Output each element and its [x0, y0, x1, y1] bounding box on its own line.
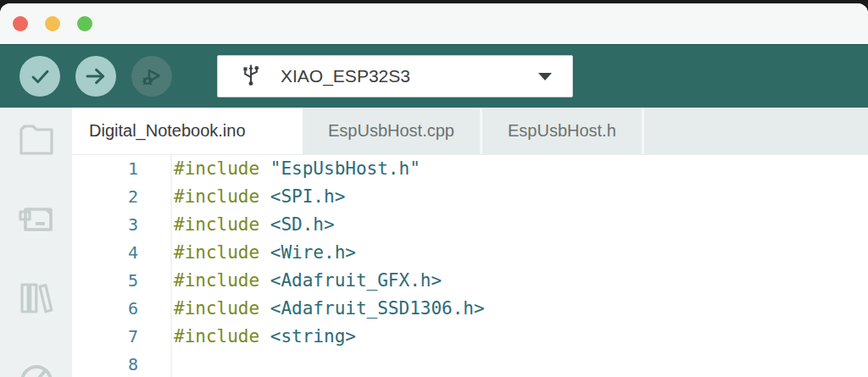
gutter-boundary-line — [170, 155, 172, 377]
app-window: XIAO_ESP32S3 — [0, 3, 868, 377]
usb-icon — [240, 61, 262, 91]
line-number: 3 — [72, 211, 138, 239]
code-string: <Adafruit_SSD1306.h> — [259, 298, 485, 319]
activity-sidebar — [0, 108, 72, 377]
code-line: 7#include <string> — [72, 323, 868, 351]
code-string: <Adafruit_GFX.h> — [259, 270, 442, 291]
code-keyword: #include — [174, 214, 259, 235]
code-keyword: #include — [174, 298, 259, 319]
line-number: 7 — [72, 323, 138, 351]
code-line: 8 — [72, 351, 868, 377]
sidebar-item-library-manager[interactable] — [14, 280, 58, 317]
zoom-button[interactable] — [77, 16, 92, 31]
code-editor[interactable]: 1#include "EspUsbHost.h" 2#include <SPI.… — [72, 154, 868, 377]
verify-button[interactable] — [19, 56, 60, 97]
code-string: <Wire.h> — [259, 242, 356, 263]
tab-digital-notebook-ino[interactable]: Digital_Notebook.ino — [72, 108, 303, 154]
code-string: <SPI.h> — [259, 186, 345, 207]
close-button[interactable] — [13, 16, 28, 31]
editor-content: Digital_Notebook.ino EspUsbHost.cpp EspU… — [72, 108, 868, 377]
code-line: 1#include "EspUsbHost.h" — [72, 155, 868, 183]
code-keyword: #include — [174, 270, 259, 291]
sidebar-item-debug[interactable] — [14, 358, 58, 377]
tab-label: EspUsbHost.h — [508, 121, 616, 141]
code-line: 6#include <Adafruit_SSD1306.h> — [72, 295, 868, 323]
sidebar-item-boards-manager[interactable] — [14, 201, 58, 238]
code-string: "EspUsbHost.h" — [259, 158, 420, 179]
line-number: 2 — [72, 183, 138, 211]
code-keyword: #include — [174, 326, 259, 347]
debug-play-bug-icon — [139, 64, 164, 89]
arrow-right-icon — [84, 64, 108, 88]
board-selector-value: XIAO_ESP32S3 — [281, 66, 538, 86]
folder-icon — [16, 122, 57, 160]
code-text: #include <Adafruit_SSD1306.h> — [138, 295, 485, 323]
board-selector-dropdown[interactable]: XIAO_ESP32S3 — [217, 55, 573, 97]
code-string: <string> — [259, 326, 356, 347]
library-books-icon — [17, 278, 56, 319]
code-text: #include <SPI.h> — [138, 183, 345, 211]
code-text: #include <Adafruit_GFX.h> — [138, 267, 442, 295]
code-text: #include "EspUsbHost.h" — [138, 155, 420, 183]
tab-label: EspUsbHost.cpp — [328, 121, 454, 141]
tab-strip-filler — [644, 108, 868, 154]
code-line: 4#include <Wire.h> — [72, 239, 868, 267]
code-keyword: #include — [174, 186, 259, 207]
line-number: 6 — [72, 295, 138, 323]
code-line: 2#include <SPI.h> — [72, 183, 868, 211]
tab-espusbhost-cpp[interactable]: EspUsbHost.cpp — [303, 108, 482, 154]
line-number: 4 — [72, 239, 138, 267]
code-keyword: #include — [174, 158, 259, 179]
minimize-button[interactable] — [45, 16, 60, 31]
code-line: 3#include <SD.h> — [72, 211, 868, 239]
check-icon — [29, 65, 52, 88]
caret-down-icon — [538, 73, 552, 80]
titlebar — [0, 3, 868, 44]
toolbar: XIAO_ESP32S3 — [0, 44, 868, 108]
upload-button[interactable] — [75, 56, 116, 97]
line-number: 8 — [72, 351, 138, 377]
code-text — [138, 351, 174, 377]
line-number: 5 — [72, 267, 138, 295]
boards-manager-icon — [15, 200, 58, 240]
debug-circle-icon — [14, 358, 58, 377]
debug-button[interactable] — [131, 56, 172, 97]
line-number: 1 — [72, 155, 138, 183]
tab-espusbhost-h[interactable]: EspUsbHost.h — [482, 108, 644, 154]
main-area: Digital_Notebook.ino EspUsbHost.cpp EspU… — [0, 108, 868, 377]
code-string: <SD.h> — [259, 214, 335, 235]
sidebar-item-sketchbook[interactable] — [14, 122, 58, 159]
code-keyword: #include — [174, 242, 259, 263]
code-line: 5#include <Adafruit_GFX.h> — [72, 267, 868, 295]
tab-strip: Digital_Notebook.ino EspUsbHost.cpp EspU… — [72, 108, 868, 154]
code-text: #include <SD.h> — [138, 211, 335, 239]
tab-label: Digital_Notebook.ino — [89, 121, 246, 141]
